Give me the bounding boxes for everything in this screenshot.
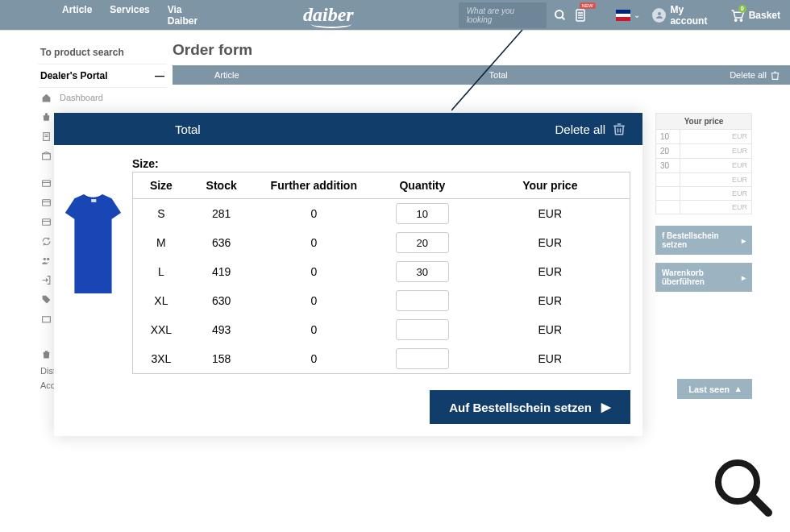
cell-currency: EUR (471, 294, 630, 307)
cell-stock: 493 (189, 323, 254, 336)
warenkorb-button[interactable]: Warenkorb überführen▸ (655, 263, 752, 292)
nav-via-daiber[interactable]: Via Daiber (168, 4, 206, 27)
my-account-link[interactable]: My account (652, 4, 720, 27)
price-row: 10EUR (655, 130, 752, 144)
svg-point-0 (555, 10, 563, 18)
subheader-delete-all[interactable]: Delete all (730, 70, 780, 81)
card-icon (40, 197, 52, 208)
trash-icon (770, 70, 780, 81)
sidebar-dealers-portal[interactable]: Dealer's Portal — (38, 64, 167, 88)
trash-icon (612, 122, 626, 136)
cell-size: M (133, 236, 189, 249)
basket-badge: 0 (738, 5, 746, 13)
svg-rect-21 (42, 316, 50, 322)
card-icon (40, 177, 52, 189)
svg-rect-15 (42, 199, 50, 206)
cell-stock: 281 (189, 207, 254, 220)
quantity-input[interactable] (396, 232, 449, 253)
svg-rect-17 (42, 218, 50, 225)
quantity-input[interactable] (396, 290, 449, 311)
table-row: 3XL1580EUR (133, 344, 630, 373)
language-caret-icon[interactable]: ⌄ (634, 10, 640, 19)
page-title: Order form (173, 41, 790, 59)
quantity-input[interactable] (396, 319, 449, 340)
price-row: 30EUR (655, 159, 752, 173)
nav-services[interactable]: Services (110, 4, 149, 27)
home-icon (40, 92, 52, 103)
zoom-icon[interactable] (709, 455, 774, 520)
cell-currency: EUR (471, 207, 630, 220)
svg-rect-12 (42, 153, 50, 159)
account-icon (652, 8, 666, 23)
cell-currency: EUR (471, 265, 630, 278)
table-row: XL6300EUR (133, 286, 630, 315)
table-row: L4190EUR (133, 257, 630, 286)
svg-point-8 (740, 19, 742, 20)
overlay-delete-all-label: Delete all (555, 123, 605, 136)
overlay-delete-all[interactable]: Delete all (555, 122, 626, 136)
overlay-header: Total Delete all (54, 113, 642, 145)
play-icon: ▶ (601, 400, 611, 414)
price-row: EUR (655, 201, 752, 214)
logo[interactable]: daiber (303, 4, 354, 26)
subheader-article: Article (214, 70, 239, 80)
sidebar-dealers-portal-label: Dealer's Portal (40, 70, 108, 81)
sidebar-dashboard-label: Dashboard (60, 93, 103, 102)
cell-size: S (133, 207, 189, 220)
search-input[interactable]: What are you looking (459, 2, 547, 28)
document-icon[interactable] (574, 8, 588, 23)
quantity-input[interactable] (396, 203, 449, 224)
sidebar-to-product-search[interactable]: To product search (38, 41, 167, 64)
cell-further-addition: 0 (254, 323, 375, 336)
basket-label: Basket (749, 10, 780, 21)
cell-size: 3XL (133, 352, 189, 365)
auf-bestellschein-button[interactable]: Auf Bestellschein setzen ▶ (430, 390, 630, 424)
size-table-area: Size: Size Stock Further addition Quanti… (132, 157, 642, 374)
nav-article[interactable]: Article (62, 4, 92, 27)
cell-size: L (133, 265, 189, 278)
box-icon (40, 150, 52, 161)
price-panel-header: Your price (655, 113, 752, 130)
search-icon[interactable] (553, 8, 567, 23)
chevron-up-icon: ▴ (736, 384, 741, 394)
subheader-delete-all-label: Delete all (730, 70, 767, 80)
table-row: XXL4930EUR (133, 315, 630, 344)
subheader-total: Total (489, 70, 508, 80)
bestellschein-button[interactable]: f Bestellschein setzen▸ (655, 226, 752, 255)
collapse-icon: — (155, 70, 164, 81)
svg-line-1 (562, 17, 564, 19)
quantity-input[interactable] (396, 261, 449, 282)
svg-rect-23 (91, 199, 96, 202)
nav-links: Article Services Via Daiber (62, 4, 206, 27)
cell-stock: 636 (189, 236, 254, 249)
chevron-right-icon: ▸ (742, 273, 746, 282)
svg-point-20 (47, 257, 49, 260)
basket-link[interactable]: 0 Basket (730, 9, 780, 22)
product-image (62, 177, 124, 310)
cell-further-addition: 0 (254, 294, 375, 307)
users-icon (40, 255, 52, 266)
tag-icon (40, 293, 52, 305)
table-row: M6360EUR (133, 228, 630, 257)
cell-further-addition: 0 (254, 236, 375, 249)
svg-point-7 (734, 19, 736, 20)
language-flag-icon[interactable] (616, 10, 631, 21)
size-overlay: Total Delete all Size: Size Stock Furthe… (54, 113, 642, 436)
svg-point-19 (43, 257, 45, 260)
bag-icon (40, 111, 52, 123)
trash-icon (40, 348, 52, 360)
cell-currency: EUR (471, 352, 630, 365)
cell-currency: EUR (471, 236, 630, 249)
card-icon (40, 216, 52, 227)
table-row: S2810EUR (133, 199, 630, 228)
cell-further-addition: 0 (254, 352, 375, 365)
sidebar-dashboard[interactable]: Dashboard (38, 88, 167, 107)
svg-rect-13 (42, 180, 50, 186)
quantity-input[interactable] (396, 348, 449, 369)
price-row: EUR (655, 187, 752, 201)
svg-point-6 (658, 12, 661, 15)
last-seen-button[interactable]: Last seen ▴ (677, 379, 752, 399)
logout-icon (40, 274, 52, 285)
cell-size: XXL (133, 323, 189, 336)
cell-size: XL (133, 294, 189, 307)
